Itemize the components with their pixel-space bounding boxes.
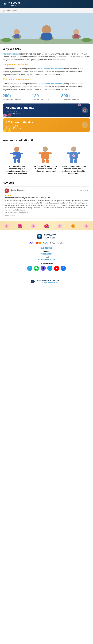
svg-rect-19 (13, 159, 16, 163)
online-title: Why online consultations? (2, 78, 91, 81)
header: THE WAY TO YOURSELF (0, 0, 93, 8)
flower-deco-1: 🌸 (4, 224, 9, 228)
stat-1: 120+ of mediations conducted (32, 94, 61, 100)
viber-icon[interactable]: 📱 (41, 266, 46, 271)
twitter-icon[interactable]: 🐦 (47, 266, 52, 271)
review-body: I've been attending Angie's Sunday sessi… (4, 200, 89, 211)
need-item-text-0: You have difficulty concentrating and ma… (4, 165, 30, 174)
svg-rect-20 (17, 159, 20, 163)
share-button[interactable]: Share (10, 214, 15, 216)
breadcrumb-current: About school (7, 10, 17, 12)
payment-paypal: PayPal (43, 242, 48, 244)
breadcrumb-home[interactable]: 🏠 (2, 10, 5, 12)
email-value[interactable]: office@vestatur.com (2, 258, 91, 260)
need-title: You need meditation if (2, 139, 91, 142)
breadcrumb: 🏠 > About school (0, 8, 93, 13)
svg-rect-34 (70, 159, 73, 163)
svg-rect-25 (38, 152, 42, 154)
need-item-text-2: You do not understand inner consciousnes… (61, 165, 87, 174)
flower-deco-6: 🌼 (71, 224, 76, 228)
need-items: ⚡ You have difficulty concentrating and … (2, 144, 91, 176)
need-scroll[interactable]: ⚡ You have difficulty concentrating and … (2, 144, 91, 176)
review-stars: ★★★★★ (4, 194, 89, 196)
review-header: HD Heather Dimounde 14 reviews 12 Sept 2… (4, 188, 89, 193)
stat-number-0: 200+ (2, 94, 32, 98)
reviewer-avatar: HD (4, 188, 9, 193)
svg-rect-33 (77, 152, 80, 154)
facebook-icon[interactable]: f (61, 266, 66, 271)
social-title: Social networks: (2, 262, 91, 264)
need-item-text-1: You find it difficult to accept the pres… (32, 165, 58, 172)
svg-point-15 (14, 147, 19, 152)
reviewer-name: Heather Dimounde (10, 189, 25, 191)
affiliation-listened: Listened to 645 (6, 125, 87, 127)
footer-bottom: G GL.UA: CORPORATE WEBSITES ORDER A WEBS… (0, 277, 93, 285)
glua-label: GL.UA: CORPORATE WEBSITES (36, 279, 62, 281)
affiliation-card-title: Affiliation of the day (6, 121, 87, 124)
svg-rect-9 (41, 33, 52, 40)
flower-deco-3: 🌸 (31, 224, 36, 228)
need-item-img-0: ⚡ (9, 146, 24, 164)
review-actions: Useful Share (4, 214, 89, 216)
contacts-title: Contacts (2, 246, 91, 249)
svg-point-11 (73, 29, 79, 35)
affiliation-duration: Duration 12.30 day (6, 127, 87, 129)
svg-text:🌸: 🌸 (72, 154, 75, 157)
hero-image (0, 13, 93, 44)
affiliation-card[interactable]: ⭐🌟 Affiliation of the day Listened to 64… (2, 118, 91, 132)
glua-g-icon: G (31, 280, 35, 283)
svg-text:⚡: ⚡ (14, 155, 16, 157)
flower-deco-5: 🌸 (57, 224, 62, 228)
svg-rect-18 (20, 152, 23, 154)
stat-number-1: 120+ (32, 94, 61, 98)
affiliation-card-icon: 🔗 (82, 122, 88, 128)
review-date-header: 12 Sept 2021 (80, 190, 89, 192)
stat-number-2: 300+ (61, 94, 91, 98)
footer-flowers: 🌸 🌺 🌸 🌺 🌸 🌼 🌸 (0, 221, 93, 230)
review-headline: Wonderful Sessions Easy to Integrate wit… (4, 197, 89, 199)
telegram-icon[interactable]: ✈ (27, 266, 32, 271)
stat-label-0: of mediations conducted (2, 98, 32, 100)
stat-label-1: of mediations conducted (32, 98, 61, 100)
svg-point-13 (1, 38, 12, 42)
logo-icon (2, 2, 7, 6)
svg-rect-28 (46, 159, 49, 163)
social-icons: ✈ 💬 📱 🐦 ▶ f (2, 266, 91, 271)
need-item-2: 🌸 You do not understand inner consciousn… (59, 144, 88, 176)
review-card-0: HD Heather Dimounde 14 reviews 12 Sept 2… (2, 186, 91, 218)
footer-logo: THE WAY TO YOURSELF (2, 234, 91, 239)
phone-value[interactable]: +358417509255 (2, 253, 91, 255)
need-item-img-1: ⚡ (37, 146, 53, 164)
phone-label: Phone: (2, 251, 91, 253)
footer-logo-text: THE WAY TO YOURSELF (44, 234, 56, 239)
svg-text:⚡: ⚡ (44, 154, 47, 157)
svg-point-23 (43, 146, 48, 152)
need-item-img-2: 🌸 (66, 146, 81, 164)
review-exp-date: Date of experience: 12 September 2021 (4, 212, 89, 214)
order-website-link[interactable]: ORDER A WEBSITE (41, 282, 57, 284)
glua-logo: G (31, 280, 35, 283)
youtube-icon[interactable]: ▶ (54, 266, 59, 271)
payment-gpay: G Pay (50, 242, 55, 244)
flowers-right-deco: 🌸 (78, 104, 81, 106)
meditation-card[interactable]: 🌸🌺 🌸 Meditation of the day Listened to 6… (2, 104, 91, 117)
personality-link1[interactable]: taking into account their personality (35, 68, 63, 70)
svg-point-5 (14, 29, 20, 35)
meditation-link[interactable]: meditation practices (2, 53, 19, 55)
personality-link2[interactable]: taking into account their personality (35, 83, 63, 85)
payment-visa: VISA (29, 242, 33, 244)
reviews-section: Reviews HD Heather Dimounde 14 reviews 1… (0, 178, 93, 221)
why-section: Why we are? meditation practices not onl… (0, 44, 93, 136)
stat-2: 300+ of mediations conducted (61, 94, 91, 100)
svg-rect-12 (74, 34, 79, 38)
hamburger-button[interactable] (87, 3, 91, 5)
svg-rect-17 (10, 152, 13, 154)
svg-rect-26 (49, 152, 52, 154)
payment-mastercard: 🔴🟠 (35, 242, 41, 244)
meditation-card-icon: 📅 (82, 107, 88, 113)
useful-button[interactable]: Useful (4, 214, 9, 216)
flower-deco-4: 🌺 (44, 224, 49, 228)
footer: THE WAY TO YOURSELF VISA 🔴🟠 PayPal G Pay… (0, 230, 93, 275)
whatsapp-icon[interactable]: 💬 (34, 266, 39, 271)
logo: THE WAY TO YOURSELF (2, 2, 20, 6)
